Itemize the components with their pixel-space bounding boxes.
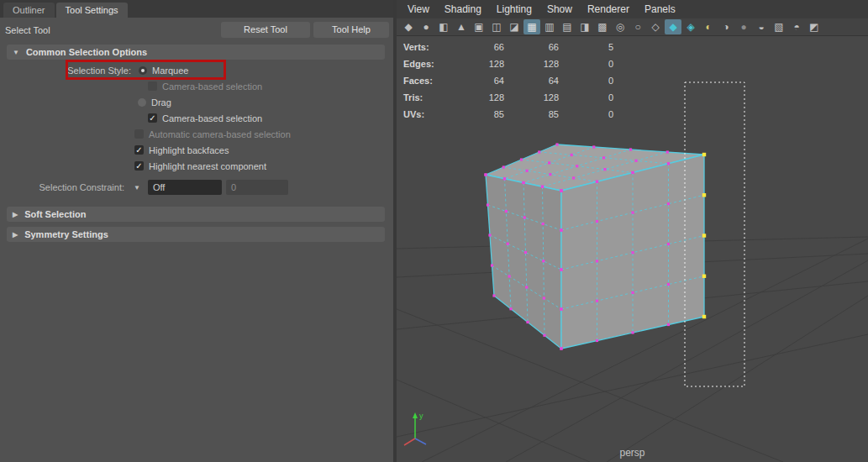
hud-selected: 0 [559,55,613,72]
wireframe-icon[interactable]: ◇ [647,19,664,34]
drag-label: Drag [151,97,171,108]
viewport-menubar: View Shading Lighting Show Renderer Pane… [397,0,868,18]
hud-selected: 0 [559,89,613,106]
textured-icon[interactable]: ◈ [682,19,699,34]
film-gate-icon[interactable]: ▥ [541,19,558,34]
tool-header-row: Select Tool Reset Tool Tool Help [0,18,393,39]
hud-label: Verts: [403,39,450,55]
hud-total: 85 [450,106,504,123]
xray-icon[interactable]: ◓ [788,19,805,34]
menu-renderer[interactable]: Renderer [580,3,637,15]
selection-constraint-row: Selection Constraint: ▼ Off 0 [7,177,385,197]
maya-window: Outliner Tool Settings Select Tool Reset… [0,0,868,462]
common-selection-title: Common Selection Options [26,47,147,57]
menu-panels[interactable]: Panels [637,3,683,15]
highlight-backfaces-label: Highlight backfaces [149,145,229,155]
soft-selection-title: Soft Selection [24,209,86,219]
camera-based-selection-checkbox-1 [148,81,157,91]
camera-based-selection-label-2: Camera-based selection [162,113,262,123]
hud-label: UVs: [403,106,450,123]
2d-pan-zoom-icon[interactable]: ◫ [488,19,505,34]
image-plane-icon[interactable]: ▣ [471,19,487,34]
screen-space-ao-icon[interactable]: ● [735,19,752,34]
safe-action-icon[interactable]: ◎ [612,19,629,34]
highlight-backfaces-row: ✓ Highlight backfaces [7,142,385,158]
resolution-gate-icon[interactable]: ▤ [559,19,576,34]
svg-text:y: y [419,412,423,420]
highlight-nearest-label: Highlight nearest component [149,161,266,171]
multisample-icon[interactable]: ▧ [771,19,787,34]
hud-shown: 66 [504,39,559,55]
hud-total: 64 [450,72,504,89]
grease-pencil-icon[interactable]: ◪ [506,19,523,34]
hud-selected: 0 [559,106,613,123]
auto-camera-row: Automatic camera-based selection [7,126,385,142]
tool-title: Select Tool [5,25,218,35]
hud-uvs-row: UVs: 85 85 0 [403,106,613,123]
marquee-label: Marquee [152,66,188,76]
hud-shown: 64 [504,72,559,89]
constraint-value-field: 0 [226,180,288,195]
hud-shown: 128 [504,55,559,72]
tab-outliner[interactable]: Outliner [3,3,55,18]
gate-mask-icon[interactable]: ◨ [576,19,593,34]
hud-label: Tris: [403,89,450,106]
symmetry-settings-header[interactable]: ▶ Symmetry Settings [7,227,385,242]
selection-constraint-dropdown[interactable]: Off [148,180,222,195]
hud-verts-row: Verts: 66 66 5 [403,39,613,55]
camera-attributes-icon[interactable]: ◧ [435,19,452,34]
use-all-lights-icon[interactable]: ◐ [700,19,717,34]
panel-tabbar: Outliner Tool Settings [0,0,393,18]
soft-selection-header[interactable]: ▶ Soft Selection [7,207,385,222]
drag-radio[interactable] [138,98,146,107]
selection-constraint-label: Selection Constraint: [7,182,124,192]
collapse-triangle-icon: ▶ [13,211,18,218]
hud-total: 128 [450,89,504,106]
section-common-selection: ▼ Common Selection Options Selection Sty… [7,45,385,202]
menu-show[interactable]: Show [539,3,580,15]
collapse-triangle-icon: ▶ [13,231,18,239]
highlight-nearest-checkbox[interactable]: ✓ [134,161,144,171]
safe-title-icon[interactable]: ○ [629,19,646,34]
hud-selected: 5 [559,39,613,55]
camera-based-selection-checkbox-2[interactable]: ✓ [148,113,157,123]
tool-help-button[interactable]: Tool Help [313,22,389,38]
symmetry-settings-title: Symmetry Settings [24,229,108,239]
camera-based-1-row: Camera-based selection [7,78,385,94]
menu-shading[interactable]: Shading [437,3,489,15]
lock-camera-icon[interactable]: ● [418,19,434,34]
shaded-icon[interactable]: ◆ [665,19,681,34]
select-camera-icon[interactable]: ◆ [400,19,417,34]
automatic-camera-based-label: Automatic camera-based selection [149,129,291,139]
isolate-select-icon[interactable]: ◩ [806,19,823,34]
menu-view[interactable]: View [400,3,437,15]
hud-total: 128 [450,55,504,72]
menu-lighting[interactable]: Lighting [489,3,539,15]
bookmark-icon[interactable]: ▲ [453,19,470,34]
common-selection-header[interactable]: ▼ Common Selection Options [7,45,385,60]
grid-icon[interactable]: ▦ [523,19,540,34]
hud-selected: 0 [559,72,613,89]
hud-edges-row: Edges: 128 128 0 [403,55,613,72]
reset-tool-button[interactable]: Reset Tool [221,22,310,38]
collapse-triangle-icon: ▼ [13,49,19,56]
axis-indicator-icon: y [404,412,426,445]
selection-style-label: Selection Style: [7,66,131,76]
marquee-radio[interactable] [139,66,147,75]
perspective-viewport: y View Shading Lighting Show Renderer Pa… [397,0,868,462]
constraint-menu-arrow-icon[interactable]: ▼ [134,184,140,192]
field-chart-icon[interactable]: ▩ [594,19,611,34]
panel-toolbar: ◆●◧▲▣◫◪▦▥▤◨▩◎○◇◆◈◐◑●◒▧◓◩ [397,18,868,36]
highlight-backfaces-checkbox[interactable]: ✓ [134,145,144,155]
section-soft-selection: ▶ Soft Selection [7,207,385,222]
selection-style-row: Selection Style: Marquee [7,62,385,78]
cube-mesh[interactable] [484,143,706,349]
hud-label: Faces: [403,72,450,89]
hud-label: Edges: [403,55,450,72]
motion-blur-icon[interactable]: ◒ [753,19,770,34]
hud-shown: 128 [504,89,559,106]
section-symmetry-settings: ▶ Symmetry Settings [7,227,385,242]
poly-count-hud: Verts: 66 66 5 Edges: 128 128 0 Faces: 6… [403,39,613,123]
tab-tool-settings[interactable]: Tool Settings [56,3,128,18]
shadows-icon[interactable]: ◑ [718,19,734,34]
